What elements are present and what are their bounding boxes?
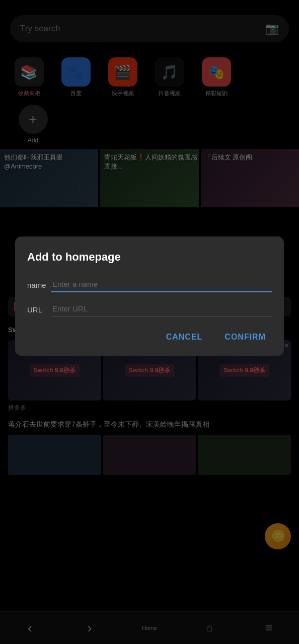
dialog-actions: CANCEL CONFIRM <box>27 329 272 346</box>
dialog-url-field: URL <box>27 302 272 316</box>
dialog-url-input[interactable] <box>51 302 272 316</box>
dialog-name-field: name <box>27 278 272 292</box>
confirm-button[interactable]: CONFIRM <box>218 329 272 346</box>
dialog-name-input[interactable] <box>51 278 272 292</box>
dialog-name-label: name <box>27 281 51 289</box>
cancel-button[interactable]: CANCEL <box>160 329 209 346</box>
dialog-title: Add to homepage <box>27 251 272 264</box>
add-to-homepage-dialog: Add to homepage name URL CANCEL CONFIRM <box>15 236 284 356</box>
dialog-url-label: URL <box>27 305 51 314</box>
